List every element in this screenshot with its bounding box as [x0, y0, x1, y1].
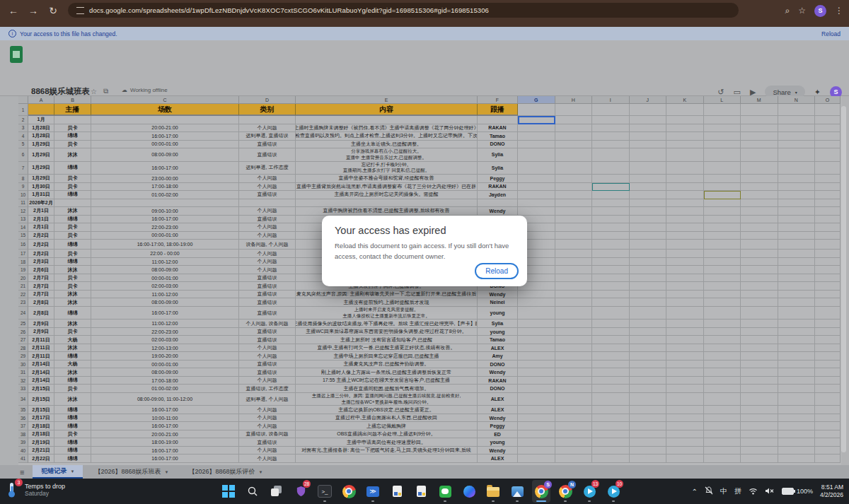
row-number[interactable]: 8: [18, 175, 28, 183]
cell-category[interactable]: 直播错误: [239, 282, 296, 291]
cell[interactable]: [518, 124, 555, 133]
cell[interactable]: [741, 207, 778, 216]
cell[interactable]: [666, 258, 704, 266]
cell-date[interactable]: 1月28日: [28, 124, 54, 133]
cell[interactable]: [778, 298, 816, 307]
cell-date[interactable]: 2月8日: [28, 307, 54, 320]
cell[interactable]: [778, 183, 816, 192]
cell-content[interactable]: 检查直播码以及预约。到点上播才检查,上播迟到3分钟。上播时又忘记带胸牌。下次: [296, 132, 478, 141]
cell[interactable]: [778, 377, 816, 385]
cell[interactable]: [815, 240, 841, 250]
cell[interactable]: [778, 393, 816, 406]
cell-host[interactable]: 贝卡: [54, 141, 91, 149]
row-number[interactable]: 26: [18, 328, 28, 336]
cell[interactable]: [630, 291, 667, 299]
cell[interactable]: [666, 191, 704, 199]
column-header-I[interactable]: I: [592, 96, 630, 104]
cell[interactable]: [815, 191, 841, 199]
cell-times[interactable]: 08:00-09:00: [91, 298, 239, 307]
cell[interactable]: [555, 352, 593, 361]
cell[interactable]: [704, 266, 741, 274]
cell-follower[interactable]: ALEX: [478, 406, 518, 414]
cell[interactable]: [518, 368, 555, 377]
cell[interactable]: [518, 148, 555, 162]
cell[interactable]: [592, 298, 630, 307]
cell-follower[interactable]: RAKAN: [478, 124, 518, 133]
cell-content[interactable]: 主播中申请离岗位有处理速度秒回。: [296, 438, 478, 447]
version-history-icon[interactable]: ↺: [717, 88, 724, 97]
cell-follower[interactable]: [478, 116, 518, 124]
cell-host[interactable]: 绵绵: [54, 162, 91, 175]
cell-content[interactable]: 主播没有提前预约,上播时提醒后才发现: [296, 298, 478, 307]
cell[interactable]: [518, 414, 555, 423]
taskbar-app-line[interactable]: [436, 480, 454, 503]
cell[interactable]: [815, 162, 841, 175]
cell[interactable]: [666, 266, 704, 274]
cell-date[interactable]: 1月29日: [28, 141, 54, 149]
cell[interactable]: [630, 282, 667, 291]
taskbar-app-start[interactable]: [219, 480, 238, 503]
cell[interactable]: [815, 291, 841, 299]
cell[interactable]: [555, 223, 593, 232]
cell[interactable]: [666, 162, 704, 175]
cell[interactable]: [555, 385, 593, 393]
cell[interactable]: [741, 336, 778, 344]
sheet-tab-active[interactable]: 犯错记录▼: [33, 465, 83, 479]
cell[interactable]: [555, 207, 593, 216]
cell[interactable]: [555, 361, 593, 369]
cell[interactable]: [630, 216, 667, 224]
cell[interactable]: [630, 377, 667, 385]
cell[interactable]: [666, 447, 704, 455]
cell-host[interactable]: 贝卡: [54, 328, 91, 336]
cell[interactable]: [630, 104, 667, 116]
row-number[interactable]: 20: [18, 274, 28, 283]
cell[interactable]: [778, 116, 816, 124]
cell[interactable]: [630, 430, 667, 439]
cell-host[interactable]: 绵绵: [54, 414, 91, 423]
row-number[interactable]: 21: [18, 282, 28, 291]
cell-date[interactable]: 2026年2月: [28, 199, 54, 208]
cell[interactable]: [666, 104, 704, 116]
cell-date[interactable]: 2月6日: [28, 266, 54, 274]
cell-times[interactable]: 23:00-00:00: [91, 175, 239, 183]
cell[interactable]: [666, 141, 704, 149]
cell-host[interactable]: 贝卡: [54, 124, 91, 133]
cell-category[interactable]: 个人问题: [239, 344, 296, 353]
cell[interactable]: [704, 148, 741, 162]
cell[interactable]: [630, 162, 667, 175]
cell-host[interactable]: 绵绵: [54, 216, 91, 224]
cell[interactable]: [666, 438, 704, 447]
cell-content[interactable]: 麦克风突然没声音,原因: 主播刚有咳嗽先关掉一下,忘记重新打开来,已提醒主播往后: [296, 291, 478, 299]
cell[interactable]: [666, 250, 704, 258]
cell-category[interactable]: 直播错误: [239, 148, 296, 162]
cell-date[interactable]: 2月19日: [28, 438, 54, 447]
row-number[interactable]: 6: [18, 148, 28, 162]
cell[interactable]: [555, 199, 593, 208]
cell[interactable]: [666, 414, 704, 423]
cell-date[interactable]: 2月14日: [28, 377, 54, 385]
column-header-J[interactable]: J: [630, 96, 667, 104]
cell[interactable]: [666, 216, 704, 224]
cell[interactable]: [666, 223, 704, 232]
cell-host[interactable]: 沐沐: [54, 344, 91, 353]
cell-category[interactable]: 个人问题: [239, 183, 296, 192]
cell[interactable]: [666, 175, 704, 183]
cell-times[interactable]: 01:00-02:00: [91, 191, 239, 199]
cell[interactable]: [741, 216, 778, 224]
cell[interactable]: [630, 422, 667, 430]
cell[interactable]: [778, 430, 816, 439]
cell[interactable]: [741, 430, 778, 439]
row-number[interactable]: 29: [18, 352, 28, 361]
header-cell[interactable]: [28, 104, 54, 116]
cell-times[interactable]: 01:00-02:00: [91, 385, 239, 393]
cell[interactable]: [666, 232, 704, 240]
column-header-K[interactable]: K: [666, 96, 704, 104]
cell[interactable]: [815, 116, 841, 124]
cell[interactable]: [592, 307, 630, 320]
reload-button[interactable]: Reload: [475, 263, 519, 279]
cell-times[interactable]: 22:00 - 00:00: [91, 250, 239, 258]
cell-times[interactable]: 22:00-23:00: [91, 223, 239, 232]
cell[interactable]: [555, 240, 593, 250]
cell[interactable]: [592, 282, 630, 291]
cell[interactable]: [704, 447, 741, 455]
